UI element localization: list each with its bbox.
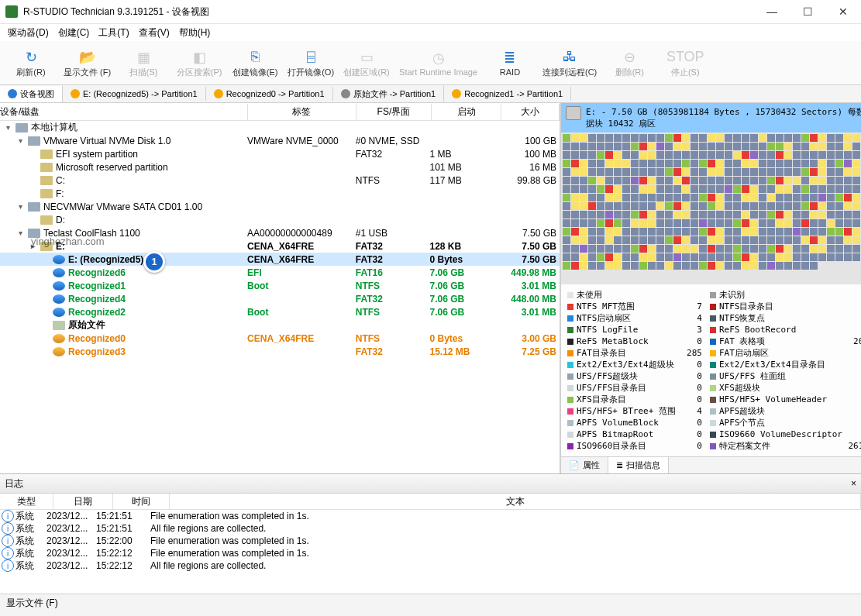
sector-cell[interactable] [563, 151, 570, 159]
sector-cell[interactable] [708, 253, 715, 261]
sector-cell[interactable] [682, 245, 690, 253]
right-tab[interactable]: 📄属性 [561, 457, 608, 473]
sector-cell[interactable] [776, 194, 784, 201]
sector-cell[interactable] [597, 177, 604, 184]
sector-cell[interactable] [708, 219, 715, 227]
sector-cell[interactable] [742, 262, 749, 270]
sector-cell[interactable] [648, 202, 656, 210]
device-row[interactable]: Recognized1 Boot NTFS 7.06 GB 3.01 MB [0, 279, 560, 292]
sector-cell[interactable] [648, 177, 656, 184]
sector-cell[interactable] [844, 236, 852, 244]
sector-cell[interactable] [563, 211, 570, 219]
document-tab[interactable]: 原始文件 -> Partition1 [333, 86, 445, 102]
menu-item[interactable]: 创建(C) [53, 25, 95, 41]
sector-cell[interactable] [742, 236, 749, 244]
sector-cell[interactable] [571, 177, 579, 184]
sector-cell[interactable] [759, 143, 766, 150]
sector-cell[interactable] [571, 211, 579, 219]
sector-cell[interactable] [580, 143, 587, 150]
sector-cell[interactable] [810, 236, 818, 244]
sector-cell[interactable] [571, 160, 579, 167]
sector-cell[interactable] [588, 228, 596, 236]
sector-cell[interactable] [622, 143, 630, 150]
sector-cell[interactable] [801, 219, 809, 227]
sector-cell[interactable] [699, 245, 707, 253]
sector-cell[interactable] [776, 228, 784, 236]
sector-cell[interactable] [597, 151, 604, 159]
sector-cell[interactable] [784, 134, 792, 142]
sector-cell[interactable] [631, 134, 639, 142]
sector-cell[interactable] [759, 211, 766, 219]
sector-cell[interactable] [605, 143, 613, 150]
sector-cell[interactable] [648, 245, 656, 253]
sector-cell[interactable] [810, 168, 818, 176]
sector-cell[interactable] [767, 177, 775, 184]
sector-cell[interactable] [708, 177, 715, 184]
sector-cell[interactable] [580, 236, 587, 244]
sector-cell[interactable] [622, 262, 630, 270]
sector-cell[interactable] [835, 160, 843, 167]
sector-cell[interactable] [725, 185, 732, 193]
sector-cell[interactable] [682, 185, 690, 193]
sector-cell[interactable] [699, 160, 707, 167]
sector-cell[interactable] [835, 219, 843, 227]
document-tab[interactable]: Recognized0 -> Partition1 [206, 87, 333, 101]
sector-cell[interactable] [725, 202, 732, 210]
sector-cell[interactable] [733, 253, 741, 261]
sector-cell[interactable] [665, 228, 673, 236]
sector-cell[interactable] [793, 245, 801, 253]
sector-cell[interactable] [793, 134, 801, 142]
sector-cell[interactable] [776, 253, 784, 261]
sector-cell[interactable] [784, 219, 792, 227]
sector-cell[interactable] [810, 134, 818, 142]
sector-cell[interactable] [818, 202, 826, 210]
sector-cell[interactable] [631, 228, 639, 236]
sector-cell[interactable] [818, 211, 826, 219]
sector-cell[interactable] [810, 219, 818, 227]
sector-cell[interactable] [588, 194, 596, 201]
sector-cell[interactable] [682, 194, 690, 201]
sector-cell[interactable] [656, 160, 664, 167]
sector-cell[interactable] [810, 177, 818, 184]
device-tree[interactable]: ▾本地计算机 ▾VMware Virtual NVMe Disk 1.0 VMW… [0, 121, 560, 473]
log-row[interactable]: i系统2023/12...15:21:51All file regions ar… [0, 522, 861, 535]
sector-cell[interactable] [767, 253, 775, 261]
sector-cell[interactable] [691, 151, 698, 159]
sector-cell[interactable] [759, 245, 766, 253]
sector-cell[interactable] [699, 194, 707, 201]
sector-cell[interactable] [725, 236, 732, 244]
sector-cell[interactable] [588, 211, 596, 219]
sector-cell[interactable] [852, 228, 860, 236]
sector-cell[interactable] [725, 143, 732, 150]
sector-cell[interactable] [665, 151, 673, 159]
sector-cell[interactable] [733, 245, 741, 253]
sector-cell[interactable] [733, 262, 741, 270]
sector-cell[interactable] [776, 202, 784, 210]
sector-cell[interactable] [767, 245, 775, 253]
sector-cell[interactable] [580, 151, 587, 159]
sector-cell[interactable] [852, 245, 860, 253]
close-button[interactable]: ✕ [825, 0, 861, 23]
sector-cell[interactable] [716, 143, 724, 150]
sector-cell[interactable] [597, 253, 604, 261]
sector-cell[interactable] [852, 151, 860, 159]
device-row[interactable]: ▾NECVMWar VMware SATA CD01 1.00 [0, 200, 560, 213]
sector-cell[interactable] [605, 194, 613, 201]
sector-cell[interactable] [827, 185, 835, 193]
sector-cell[interactable] [759, 202, 766, 210]
sector-cell[interactable] [725, 134, 732, 142]
sector-cell[interactable] [580, 262, 587, 270]
sector-cell[interactable] [588, 151, 596, 159]
sector-cell[interactable] [605, 168, 613, 176]
sector-cell[interactable] [801, 194, 809, 201]
sector-cell[interactable] [750, 262, 758, 270]
sector-cell[interactable] [614, 143, 622, 150]
sector-cell[interactable] [588, 219, 596, 227]
sector-cell[interactable] [708, 228, 715, 236]
sector-cell[interactable] [656, 211, 664, 219]
sector-cell[interactable] [725, 160, 732, 167]
sector-cell[interactable] [605, 262, 613, 270]
sector-cell[interactable] [614, 168, 622, 176]
sector-cell[interactable] [597, 168, 604, 176]
sector-cell[interactable] [716, 211, 724, 219]
